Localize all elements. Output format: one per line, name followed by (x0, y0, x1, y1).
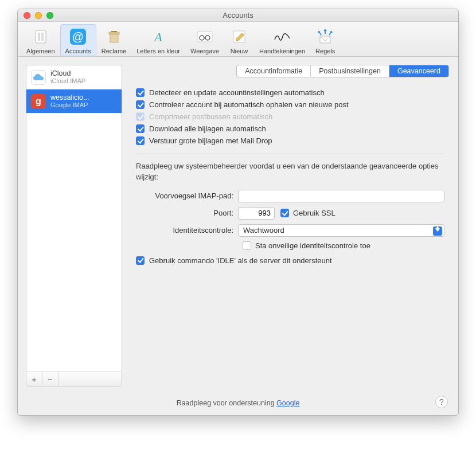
toolbar-label: Accounts (65, 48, 91, 54)
checkbox-compress (136, 112, 145, 121)
svg-rect-1 (38, 33, 40, 41)
toolbar-item-junk[interactable]: Reclame (96, 24, 131, 56)
footer-link[interactable]: Google (276, 399, 299, 407)
account-name: iCloud (50, 69, 85, 77)
tab-mailbox-behaviors[interactable]: Postbusinstellingen (311, 65, 389, 77)
svg-rect-0 (36, 30, 46, 43)
window-title: Accounts (18, 11, 458, 19)
svg-rect-6 (109, 32, 119, 34)
toolbar-label: Letters en kleur (136, 48, 180, 54)
account-text: iCloud iCloud IMAP (50, 69, 85, 85)
svg-text:@: @ (72, 30, 84, 43)
toolbar-item-rules[interactable]: Regels (310, 24, 340, 56)
google-icon: g (31, 94, 46, 109)
preferences-window: Accounts Algemeen @ Accounts Reclame A L… (17, 9, 459, 416)
tab-group: Accountinformatie Postbusinstellingen Ge… (236, 65, 449, 77)
check-row-download: Download alle bijlagen automatisch (136, 123, 444, 135)
toolbar-item-signatures[interactable]: Handtekeningen (254, 24, 310, 56)
add-account-button[interactable]: + (26, 372, 42, 386)
icloud-icon (31, 70, 46, 85)
titlebar: Accounts (18, 9, 458, 22)
svg-rect-5 (110, 34, 118, 42)
separator (136, 154, 444, 154)
toolbar-label: Reclame (102, 48, 126, 54)
svg-rect-2 (41, 33, 44, 41)
sidebar-footer-spacer (58, 372, 122, 386)
checkbox-ssl[interactable] (280, 209, 289, 217)
toolbar-item-fonts[interactable]: A Letters en kleur (131, 24, 185, 56)
label-imap-prefix: Voorvoegsel IMAP-pad: (136, 191, 238, 200)
row-imap-prefix: Voorvoegsel IMAP-pad: (136, 190, 444, 202)
input-port[interactable] (238, 207, 275, 220)
select-value: Wachtwoord (243, 226, 284, 234)
advanced-note: Raadpleeg uw systeembeheerder voordat u … (136, 161, 444, 183)
check-row-detect: Detecteer en update accountinstellingen … (136, 87, 444, 99)
tab-bar: Accountinformatie Postbusinstellingen Ge… (130, 65, 450, 83)
toolbar-label: Regels (315, 48, 335, 54)
row-idle: Gebruik commando 'IDLE' als de server di… (136, 255, 444, 267)
advanced-panel: Detecteer en update accountinstellingen … (130, 83, 450, 386)
glasses-icon (195, 27, 214, 46)
accounts-sidebar: iCloud iCloud IMAP g wessalicio... Googl… (26, 65, 122, 386)
account-text: wessalicio... Google IMAP (50, 93, 89, 109)
row-auth: Identiteitscontrole: Wachtwoord (136, 224, 444, 237)
check-row-maildrop: Verstuur grote bijlagen met Mail Drop (136, 135, 444, 147)
at-icon: @ (68, 27, 88, 46)
checkbox-label: Detecteer en update accountinstellingen … (149, 88, 325, 97)
checkbox-label: Verstuur grote bijlagen met Mail Drop (149, 136, 272, 145)
row-insecure: Sta onveilige identiteitscontrole toe (243, 241, 444, 250)
remove-account-button[interactable]: − (42, 372, 58, 386)
main-panel: Accountinformatie Postbusinstellingen Ge… (130, 65, 450, 386)
label-idle: Gebruik commando 'IDLE' als de server di… (149, 256, 332, 265)
select-auth[interactable]: Wachtwoord (238, 224, 444, 237)
label-auth: Identiteitscontrole: (136, 226, 238, 234)
help-button[interactable]: ? (435, 396, 448, 408)
svg-text:A: A (153, 30, 162, 44)
toolbar: Algemeen @ Accounts Reclame A Letters en… (18, 22, 458, 57)
slider-icon (31, 27, 50, 46)
sidebar-footer: + − (26, 372, 122, 386)
toolbar-item-general[interactable]: Algemeen (21, 24, 60, 56)
label-port: Poort: (136, 209, 238, 217)
checkbox-detect[interactable] (136, 88, 145, 97)
input-imap-prefix[interactable] (238, 190, 444, 202)
label-ssl: Gebruik SSL (293, 209, 335, 217)
check-row-control: Controleer account bij automatisch ophal… (136, 99, 444, 111)
checkbox-idle[interactable] (136, 256, 145, 265)
checkbox-label: Comprimeer postbussen automatisch (149, 112, 272, 121)
checkbox-control[interactable] (136, 100, 145, 109)
check-row-compress: Comprimeer postbussen automatisch (136, 111, 444, 123)
toolbar-label: Handtekeningen (259, 48, 305, 54)
footer-text: Raadpleeg voor ondersteuning (177, 399, 276, 407)
account-name: wessalicio... (50, 93, 89, 101)
checkbox-insecure[interactable] (243, 241, 251, 250)
toolbar-item-compose[interactable]: Nieuw (224, 24, 254, 56)
row-port: Poort: Gebruik SSL (136, 207, 444, 220)
rules-icon (315, 27, 335, 46)
label-insecure: Sta onveilige identiteitscontrole toe (255, 241, 370, 250)
toolbar-label: Weergave (190, 48, 219, 54)
toolbar-item-accounts[interactable]: @ Accounts (60, 24, 96, 56)
account-item-google[interactable]: g wessalicio... Google IMAP (26, 89, 122, 114)
accounts-list: iCloud iCloud IMAP g wessalicio... Googl… (26, 65, 122, 372)
checkbox-label: Download alle bijlagen automatisch (149, 124, 266, 133)
tab-account-info[interactable]: Accountinformatie (237, 65, 311, 77)
footer: Raadpleeg voor ondersteuning Google ? (18, 394, 458, 415)
checkbox-label: Controleer account bij automatisch ophal… (149, 100, 349, 109)
account-sub: Google IMAP (50, 101, 89, 109)
signature-icon (272, 27, 292, 46)
toolbar-label: Algemeen (26, 48, 55, 54)
checkbox-download[interactable] (136, 124, 145, 133)
fonts-icon: A (149, 27, 168, 46)
checkbox-maildrop[interactable] (136, 136, 145, 145)
trash-icon (104, 27, 124, 46)
account-item-icloud[interactable]: iCloud iCloud IMAP (26, 65, 122, 89)
toolbar-item-viewing[interactable]: Weergave (185, 24, 224, 56)
content-area: iCloud iCloud IMAP g wessalicio... Googl… (18, 57, 458, 394)
compose-icon (229, 27, 249, 46)
account-sub: iCloud IMAP (50, 77, 85, 85)
tab-advanced[interactable]: Geavanceerd (389, 65, 448, 77)
toolbar-label: Nieuw (231, 48, 248, 54)
